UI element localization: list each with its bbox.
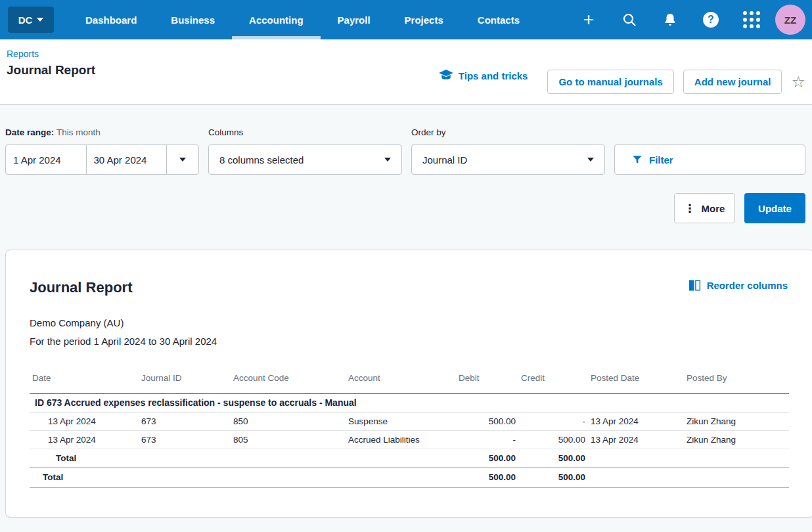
- columns-select[interactable]: 8 columns selected: [208, 144, 402, 175]
- help-icon: ?: [703, 12, 719, 28]
- nav-item-contacts[interactable]: Contacts: [461, 0, 537, 39]
- col-header-account[interactable]: Account: [346, 366, 456, 394]
- grand-total-row: Total 500.00 500.00: [30, 468, 789, 488]
- nav-item-accounting[interactable]: Accounting: [232, 0, 321, 39]
- org-switcher[interactable]: DC: [8, 7, 54, 33]
- create-new-button[interactable]: +: [572, 5, 606, 34]
- report-title: Journal Report: [30, 279, 132, 296]
- col-header-journal-id[interactable]: Journal ID: [139, 366, 231, 394]
- funnel-icon: [632, 154, 643, 165]
- kebab-menu-icon: ⋮: [685, 202, 696, 215]
- search-button[interactable]: [612, 5, 646, 34]
- chevron-down-icon: [384, 158, 391, 162]
- graduation-cap-icon: [439, 70, 453, 81]
- page-title: Journal Report: [7, 63, 95, 78]
- search-icon: [621, 12, 637, 28]
- date-range-label: Date range:: [5, 127, 54, 137]
- chevron-down-icon: [587, 158, 594, 162]
- report-filters: Date range: This month 1 Apr 2024 30 Apr…: [0, 105, 812, 223]
- order-by-select[interactable]: Journal ID: [411, 144, 605, 175]
- nav-item-payroll[interactable]: Payroll: [321, 0, 388, 39]
- nav-item-business[interactable]: Business: [154, 0, 232, 39]
- top-nav: DC Dashboard Business Accounting Payroll…: [0, 0, 812, 39]
- bell-icon: [662, 12, 678, 28]
- date-to-input[interactable]: 30 Apr 2024: [87, 145, 168, 174]
- notifications-button[interactable]: [653, 5, 687, 34]
- columns-group: Columns 8 columns selected: [208, 127, 402, 175]
- chevron-down-icon: [179, 158, 186, 162]
- user-avatar[interactable]: ZZ: [775, 5, 805, 35]
- group-total-row: Total 500.00 500.00: [30, 449, 789, 468]
- chevron-down-icon: [37, 18, 43, 22]
- plus-icon: +: [583, 11, 594, 29]
- update-button[interactable]: Update: [744, 193, 805, 223]
- journal-group-header: ID 673 Accrued expenses reclassification…: [30, 394, 789, 412]
- report-card: Journal Report Reorder columns Demo Comp…: [5, 250, 812, 518]
- order-by-label: Order by: [411, 127, 605, 139]
- nav-item-dashboard[interactable]: Dashboard: [68, 0, 154, 39]
- columns-icon: [688, 279, 701, 292]
- date-range-dropdown-button[interactable]: [167, 145, 198, 174]
- filter-button[interactable]: Filter: [614, 144, 805, 175]
- nav-items: Dashboard Business Accounting Payroll Pr…: [68, 0, 537, 39]
- date-range-value: This month: [56, 127, 101, 137]
- filter-group: Filter: [614, 127, 805, 175]
- table-row[interactable]: 13 Apr 2024 673 850 Suspense 500.00 - 13…: [30, 412, 789, 431]
- date-range-group: Date range: This month 1 Apr 2024 30 Apr…: [5, 127, 199, 175]
- page: DC Dashboard Business Accounting Payroll…: [0, 0, 812, 532]
- page-header: Reports Journal Report Tips and tricks G…: [0, 39, 812, 105]
- table-row[interactable]: 13 Apr 2024 673 805 Accrued Liabilities …: [30, 431, 789, 449]
- col-header-date[interactable]: Date: [30, 366, 139, 394]
- apps-menu-button[interactable]: [734, 5, 769, 34]
- col-header-credit[interactable]: Credit: [518, 366, 588, 394]
- breadcrumb-reports[interactable]: Reports: [7, 49, 95, 59]
- nav-item-projects[interactable]: Projects: [388, 0, 461, 39]
- favorite-star-icon[interactable]: ☆: [791, 70, 805, 94]
- reorder-columns-link[interactable]: Reorder columns: [688, 279, 788, 292]
- col-header-debit[interactable]: Debit: [456, 366, 518, 394]
- order-by-group: Order by Journal ID: [411, 127, 605, 175]
- org-badge-label: DC: [18, 14, 33, 26]
- apps-grid-icon: [743, 11, 760, 28]
- col-header-account-code[interactable]: Account Code: [231, 366, 346, 394]
- journal-table: Date Journal ID Account Code Account Deb…: [30, 366, 789, 488]
- col-header-posted-by[interactable]: Posted By: [684, 366, 789, 394]
- journal-group-title: ID 673 Accrued expenses reclassification…: [30, 394, 789, 412]
- nav-right: + ? ZZ: [572, 0, 812, 39]
- columns-label: Columns: [208, 127, 402, 139]
- table-header-row: Date Journal ID Account Code Account Deb…: [30, 366, 789, 394]
- tips-and-tricks-link[interactable]: Tips and tricks: [439, 70, 528, 81]
- report-period: For the period 1 April 2024 to 30 April …: [30, 336, 790, 347]
- date-from-input[interactable]: 1 Apr 2024: [6, 145, 87, 174]
- col-header-posted-date[interactable]: Posted Date: [588, 366, 684, 394]
- more-button[interactable]: ⋮ More: [674, 193, 735, 223]
- company-name: Demo Company (AU): [30, 317, 790, 328]
- go-to-manual-journals-button[interactable]: Go to manual journals: [547, 70, 673, 94]
- help-button[interactable]: ?: [694, 5, 728, 34]
- add-new-journal-button[interactable]: Add new journal: [683, 70, 782, 94]
